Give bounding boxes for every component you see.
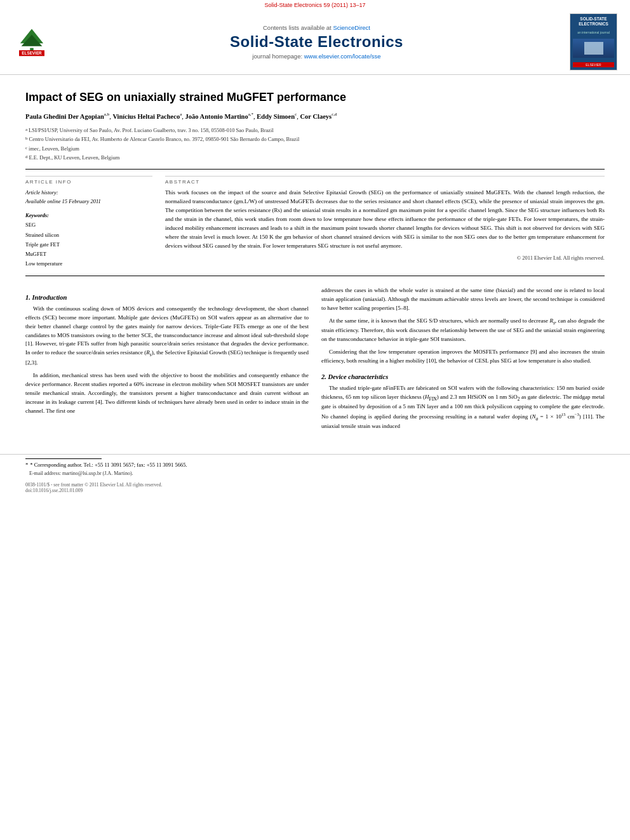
science-direct-link[interactable]: ScienceDirect (333, 24, 370, 31)
history-value: Available online 15 February 2011 (25, 197, 152, 206)
section2-title: 2. Device characteristics (321, 373, 605, 380)
section1-title: 1. Introduction (25, 294, 309, 301)
cover-title: SOLID-STATEELECTRONICS (579, 17, 608, 27)
journal-name: Solid-State Electronics (64, 33, 570, 51)
author1: Paula Ghedini Der Agopian (25, 113, 104, 120)
contents-available: Contents lists available at ScienceDirec… (64, 24, 570, 31)
affiliation-d: d E.E. Dept., KU Leuven, Leuven, Belgium (25, 154, 605, 163)
journal-title-area: Contents lists available at ScienceDirec… (64, 24, 570, 60)
homepage-url[interactable]: www.elsevier.com/locate/sse (304, 53, 381, 60)
journal-homepage: journal homepage: www.elsevier.com/locat… (64, 53, 570, 60)
author4: Eddy Simoen (257, 113, 295, 120)
article-info-header: ARTICLE INFO (25, 176, 152, 185)
body-left-col: 1. Introduction With the continuous scal… (25, 286, 309, 436)
authors-line: Paula Ghedini Der Agopiana,b, Vinícius H… (25, 111, 605, 122)
keywords-label: Keywords: (25, 212, 152, 218)
paper-content: Impact of SEG on uniaxially strained MuG… (0, 75, 630, 448)
history-label: Article history: (25, 189, 152, 197)
section2-p1: The studied triple-gate nFinFETs are fab… (321, 384, 605, 432)
footnote-star: * * Corresponding author. Tel.: +55 11 3… (25, 462, 605, 468)
section1-col2-p1: addresses the cases in which the whole w… (321, 286, 605, 313)
doi-line: doi:10.1016/j.sse.2011.01.009 (25, 488, 605, 493)
author2: Vinícius Heltai Pacheco (112, 113, 180, 120)
article-info-abstract: ARTICLE INFO Article history: Available … (25, 176, 605, 269)
section1-col2-p3: Considering that the low temperature ope… (321, 348, 605, 366)
keywords-list: SEGStrained siliconTriple gate FETMuGFET… (25, 220, 152, 269)
page-footer: * * Corresponding author. Tel.: +55 11 3… (0, 454, 630, 496)
abstract-header: ABSTRACT (165, 176, 605, 185)
footnote-email: E-mail address: martino@lsi.usp.br (J.A.… (25, 470, 605, 478)
issn-line: 0038-1101/$ - see front matter © 2011 El… (25, 482, 605, 488)
abstract-column: ABSTRACT This work focuses on the impact… (165, 176, 605, 269)
keywords-section: Keywords: SEGStrained siliconTriple gate… (25, 212, 152, 269)
body-right-col: addresses the cases in which the whole w… (321, 286, 605, 436)
footer-issn: 0038-1101/$ - see front matter © 2011 El… (25, 482, 605, 493)
journal-header: ELSEVIER Contents lists available at Sci… (0, 10, 630, 75)
page-wrapper: Solid-State Electronics 59 (2011) 13–17 … (0, 0, 630, 840)
affiliations: a LSI/PSI/USP, University of Sao Paulo, … (25, 126, 605, 163)
cover-bottom: ELSEVIER (573, 62, 614, 67)
svg-text:ELSEVIER: ELSEVIER (22, 51, 42, 55)
elsevier-tree-icon: ELSEVIER (13, 26, 51, 58)
article-info-column: ARTICLE INFO Article history: Available … (25, 176, 152, 269)
elsevier-logo: ELSEVIER (13, 26, 64, 58)
footnote-separator (25, 458, 102, 459)
separator-2 (25, 276, 605, 276)
affiliation-c: c imec, Leuven, Belgium (25, 145, 605, 154)
author3: João Antonio Martino (185, 113, 248, 120)
journal-cover-image: SOLID-STATEELECTRONICS an international … (570, 13, 617, 70)
affiliation-a: a LSI/PSI/USP, University of Sao Paulo, … (25, 126, 605, 135)
body-content: 1. Introduction With the continuous scal… (25, 286, 605, 436)
abstract-text: This work focuses on the impact of the s… (165, 189, 605, 251)
section1-p2: In addition, mechanical stress has been … (25, 371, 309, 416)
affiliation-b: b Centro Universitario da FEI, Av. Humbe… (25, 135, 605, 144)
author5: Cor Claeys (300, 113, 332, 120)
section1-p1: With the continuous scaling down of MOS … (25, 305, 309, 368)
journal-ref-line: Solid-State Electronics 59 (2011) 13–17 (0, 0, 630, 10)
cover-subtitle: an international journal (577, 30, 610, 34)
separator (25, 169, 605, 170)
journal-ref: Solid-State Electronics 59 (2011) 13–17 (264, 2, 365, 8)
copyright-line: © 2011 Elsevier Ltd. All rights reserved… (165, 255, 605, 261)
footnote-star-text: * Corresponding author. Tel.: +55 11 309… (30, 462, 187, 468)
article-history: Article history: Available online 15 Feb… (25, 189, 152, 206)
paper-title: Impact of SEG on uniaxially strained MuG… (25, 90, 605, 105)
section1-col2-p2: At the same time, it is known that the S… (321, 317, 605, 344)
